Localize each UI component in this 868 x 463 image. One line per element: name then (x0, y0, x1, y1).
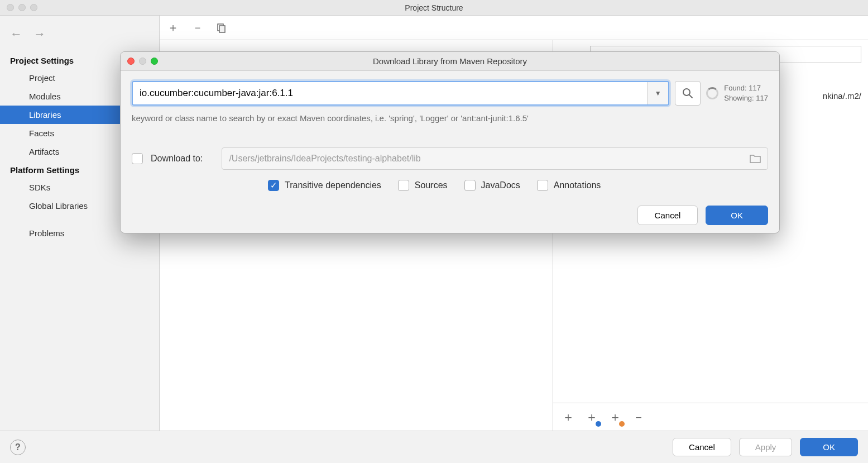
javadocs-checkbox[interactable] (464, 180, 476, 191)
javadocs-label: JavaDocs (481, 180, 520, 190)
remove-root-icon[interactable]: － (632, 409, 645, 426)
search-icon (682, 87, 694, 99)
download-path-input (222, 148, 743, 169)
svg-rect-1 (219, 26, 225, 32)
annotations-checkbox[interactable] (537, 180, 548, 191)
add-from-maven-icon[interactable]: ＋ (586, 409, 598, 426)
add-folder-icon[interactable]: ＋ (609, 409, 621, 426)
modal-zoom-icon[interactable] (151, 58, 158, 65)
right-panel-toolbar: ＋ ＋ ＋ － (553, 403, 868, 431)
modal-close-icon[interactable] (127, 58, 135, 65)
content-toolbar: ＋ － (160, 16, 868, 40)
download-to-label: Download to: (151, 154, 203, 164)
transitive-label: Transitive dependencies (285, 180, 381, 190)
ok-button[interactable]: OK (800, 438, 858, 456)
svg-point-2 (683, 89, 690, 96)
maven-search-combo[interactable]: ▼ (132, 81, 669, 106)
bottom-bar: ? Cancel Apply OK (0, 431, 868, 463)
svg-line-3 (689, 95, 692, 98)
help-icon[interactable]: ? (10, 440, 26, 455)
combo-dropdown-icon[interactable]: ▼ (647, 82, 668, 104)
zoom-window[interactable] (30, 4, 37, 11)
modal-titlebar: Download Library from Maven Repository (121, 52, 779, 71)
annotations-label: Annotations (554, 180, 601, 190)
add-icon[interactable]: ＋ (167, 20, 179, 35)
sources-checkbox[interactable] (398, 180, 409, 191)
search-button[interactable] (675, 81, 701, 106)
search-result-count: Found: 117 Showing: 117 (724, 83, 768, 103)
traffic-lights-main (0, 4, 37, 11)
minimize-window[interactable] (18, 4, 26, 11)
modal-cancel-button[interactable]: Cancel (637, 206, 698, 225)
loading-spinner-icon (706, 87, 718, 99)
maven-search-input[interactable] (133, 82, 647, 104)
modal-ok-button[interactable]: OK (706, 206, 768, 225)
download-library-dialog: Download Library from Maven Repository ▼… (120, 51, 780, 233)
found-label: Found: 117 (724, 83, 768, 93)
remove-icon[interactable]: － (192, 20, 203, 35)
copy-icon[interactable] (217, 23, 227, 33)
modal-minimize-icon (139, 58, 146, 65)
main-titlebar: Project Structure (0, 0, 868, 16)
browse-folder-icon[interactable] (743, 148, 768, 169)
cancel-button[interactable]: Cancel (673, 438, 731, 456)
download-to-checkbox[interactable] (132, 153, 143, 164)
add-root-icon[interactable]: ＋ (562, 409, 574, 426)
nav-forward-icon[interactable]: → (33, 27, 46, 41)
sources-label: Sources (415, 180, 448, 190)
modal-title: Download Library from Maven Repository (121, 56, 779, 66)
window-title: Project Structure (0, 3, 868, 12)
apply-button: Apply (739, 438, 793, 456)
transitive-checkbox[interactable]: ✓ (268, 180, 279, 191)
search-hint: keyword or class name to search by or ex… (132, 113, 768, 123)
showing-label: Showing: 117 (724, 93, 768, 103)
close-window[interactable] (7, 4, 14, 11)
nav-back-icon[interactable]: ← (10, 27, 22, 41)
